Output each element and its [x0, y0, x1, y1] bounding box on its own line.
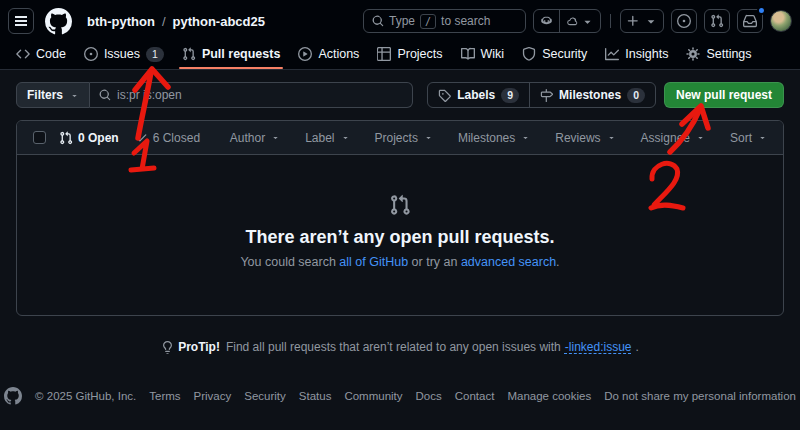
triangle-down-icon — [521, 133, 530, 142]
chevron-down-icon — [644, 14, 658, 28]
open-filter-link[interactable]: 0 Open — [59, 131, 119, 145]
closed-filter-link[interactable]: 6 Closed — [135, 131, 200, 145]
pr-search-input[interactable]: is:pr is:open — [90, 82, 413, 108]
tab-issues[interactable]: Issues1 — [76, 39, 172, 69]
github-logo[interactable] — [45, 8, 72, 35]
new-pull-request-button[interactable]: New pull request — [664, 82, 784, 108]
list-filter-label: Label — [305, 131, 334, 145]
footer-link-community[interactable]: Community — [344, 390, 402, 402]
list-filter-label: Author — [230, 131, 265, 145]
issue-opened-icon — [677, 14, 691, 28]
subtitle-text: . — [556, 255, 559, 269]
footer-link-terms[interactable]: Terms — [149, 390, 180, 402]
issue-icon — [84, 47, 98, 61]
footer-link-manage-cookies[interactable]: Manage cookies — [507, 390, 591, 402]
project-icon — [377, 47, 391, 61]
pull-request-icon — [59, 131, 73, 145]
filters-dropdown-button[interactable]: Filters — [16, 82, 90, 108]
tab-projects[interactable]: Projects — [369, 39, 450, 69]
create-new-button[interactable] — [620, 9, 664, 33]
tab-settings[interactable]: Settings — [678, 39, 759, 69]
footer-link-privacy[interactable]: Privacy — [194, 390, 232, 402]
breadcrumb: bth-python / python-abcd25 — [87, 14, 265, 29]
repo-nav-tabs: CodeIssues1Pull requestsActionsProjectsW… — [8, 39, 792, 69]
pr-list-header: 0 Open 6 Closed AuthorLabelProjectsMiles… — [17, 121, 783, 155]
copilot-menu-button[interactable] — [559, 10, 600, 32]
subtitle-text: or try an — [408, 255, 461, 269]
footer-link-contact[interactable]: Contact — [455, 390, 495, 402]
tab-pull-requests[interactable]: Pull requests — [174, 39, 289, 69]
main-content: Filters is:pr is:open Labels 9 Milestone… — [0, 70, 800, 354]
triangle-down-icon — [696, 133, 705, 142]
linked-issue-link[interactable]: -linked:issue — [565, 340, 632, 354]
labels-button[interactable]: Labels 9 — [428, 83, 529, 107]
list-filter-author[interactable]: Author — [230, 131, 280, 145]
header-divider — [610, 14, 611, 28]
inbox-button[interactable] — [737, 9, 763, 33]
light-bulb-icon — [161, 341, 174, 354]
labels-button-label: Labels — [457, 88, 495, 102]
tab-label: Wiki — [481, 47, 505, 61]
milestones-button[interactable]: Milestones 0 — [529, 83, 655, 107]
list-filter-assignee[interactable]: Assignee — [641, 131, 705, 145]
copilot-button[interactable] — [534, 10, 559, 32]
footer-link-status[interactable]: Status — [299, 390, 332, 402]
issues-dashboard-button[interactable] — [671, 9, 697, 33]
protip: ProTip! Find all pull requests that aren… — [16, 340, 784, 354]
global-search-input[interactable]: Type / to search — [363, 9, 526, 33]
breadcrumb-repo[interactable]: python-abcd25 — [173, 14, 265, 29]
tab-insights[interactable]: Insights — [597, 39, 676, 69]
milestones-count: 0 — [627, 88, 645, 103]
shield-icon — [522, 47, 536, 61]
list-filter-milestones[interactable]: Milestones — [458, 131, 530, 145]
breadcrumb-owner[interactable]: bth-python — [87, 14, 155, 29]
triangle-down-icon — [341, 133, 350, 142]
list-filter-sort[interactable]: Sort — [730, 131, 767, 145]
cloud-icon — [566, 15, 579, 28]
empty-state-title: There aren’t any open pull requests. — [245, 227, 554, 248]
list-filter-label[interactable]: Label — [305, 131, 349, 145]
tab-label: Code — [36, 47, 66, 61]
github-mark-icon — [4, 387, 22, 405]
code-icon — [16, 47, 30, 61]
tab-label: Security — [542, 47, 587, 61]
list-filter-label: Assignee — [641, 131, 690, 145]
list-filter-label: Reviews — [555, 131, 600, 145]
tab-counter: 1 — [146, 47, 164, 62]
tab-security[interactable]: Security — [514, 39, 595, 69]
all-github-link[interactable]: all of GitHub — [339, 255, 408, 269]
protip-label: ProTip! — [178, 340, 220, 354]
pull-request-icon — [389, 194, 411, 216]
advanced-search-link[interactable]: advanced search — [461, 255, 556, 269]
list-filter-label: Milestones — [458, 131, 515, 145]
chevron-down-icon — [581, 15, 594, 28]
list-filter-reviews[interactable]: Reviews — [555, 131, 615, 145]
pull-requests-dashboard-button[interactable] — [704, 9, 730, 33]
notification-dot — [757, 6, 766, 15]
labels-milestones-group: Labels 9 Milestones 0 — [427, 82, 656, 108]
footer-link-do-not-share-my-personal-information[interactable]: Do not share my personal information — [604, 390, 796, 402]
play-icon — [298, 47, 312, 61]
hamburger-menu-button[interactable] — [8, 8, 34, 34]
breadcrumb-separator: / — [162, 14, 166, 29]
tab-code[interactable]: Code — [8, 39, 74, 69]
milestone-icon — [540, 89, 553, 102]
pr-search-query: is:pr is:open — [117, 88, 182, 102]
footer-link-security[interactable]: Security — [244, 390, 286, 402]
triangle-down-icon — [758, 133, 767, 142]
tab-wiki[interactable]: Wiki — [453, 39, 513, 69]
pr-list-box: 0 Open 6 Closed AuthorLabelProjectsMiles… — [16, 120, 784, 316]
select-all-checkbox[interactable] — [33, 131, 46, 144]
triangle-down-icon — [424, 133, 433, 142]
triangle-down-icon — [607, 133, 616, 142]
footer-link-docs[interactable]: Docs — [416, 390, 442, 402]
copilot-button-group — [533, 9, 601, 33]
list-filter-projects[interactable]: Projects — [375, 131, 433, 145]
protip-text: Find all pull requests that aren’t relat… — [226, 340, 561, 354]
gear-icon — [686, 47, 700, 61]
user-avatar[interactable] — [770, 10, 792, 32]
search-placeholder-suffix: to search — [441, 14, 490, 28]
tab-actions[interactable]: Actions — [290, 39, 367, 69]
tab-label: Insights — [625, 47, 668, 61]
chevron-down-icon — [70, 91, 79, 100]
